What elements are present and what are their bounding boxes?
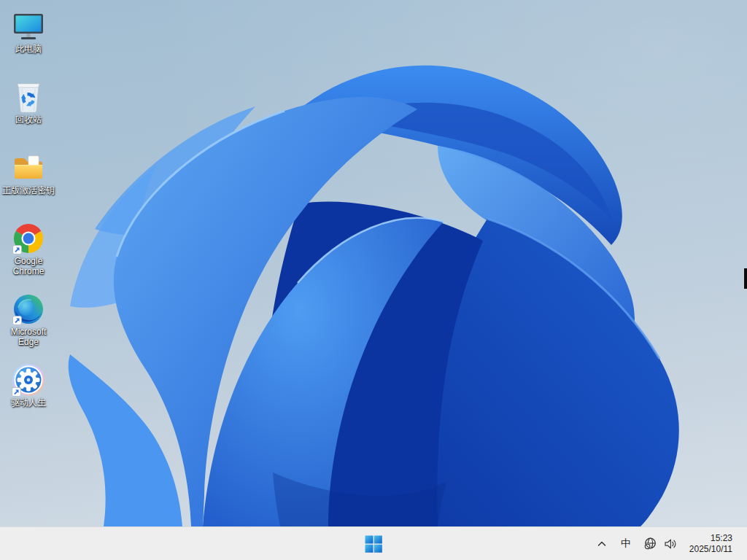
speaker-icon: [663, 537, 678, 551]
taskbar: 中 15:23 2025/10/11: [0, 526, 747, 560]
desktop-icon-google-chrome[interactable]: Google Chrome: [1, 218, 56, 289]
taskbar-clock[interactable]: 15:23 2025/10/11: [684, 533, 732, 555]
network-button[interactable]: [642, 532, 658, 556]
volume-button[interactable]: [662, 532, 678, 556]
globe-no-internet-icon: [643, 537, 657, 551]
start-button[interactable]: [359, 529, 388, 559]
desktop-icon-driver-life[interactable]: 驱动人生: [1, 359, 56, 430]
chevron-up-icon: [596, 538, 608, 550]
desktop-icon-microsoft-edge[interactable]: Microsoft Edge: [1, 289, 56, 359]
icon-label: 此电脑: [15, 44, 42, 54]
icon-label: 回收站: [15, 114, 42, 125]
system-tray: 中 15:23 2025/10/11: [591, 527, 747, 560]
icon-label: Microsoft Edge: [1, 327, 55, 347]
clock-time: 15:23: [711, 533, 732, 544]
icon-label: 驱动人生: [11, 397, 46, 408]
this-pc-monitor-icon: [12, 12, 44, 41]
icon-label: Google Chrome: [1, 256, 55, 276]
recycle-bin-icon: [13, 81, 44, 113]
edge-logo-icon: [12, 293, 44, 325]
driver-life-gear-icon: [12, 363, 45, 397]
desktop-surface[interactable]: 此电脑 回收站: [0, 0, 747, 526]
tray-overflow-button[interactable]: [591, 532, 613, 556]
desktop-icon-grid: 此电脑 回收站: [1, 6, 56, 430]
chrome-logo-icon: [12, 222, 44, 254]
wallpaper-bloom: [0, 0, 747, 526]
yellow-folder-icon: [12, 154, 44, 182]
desktop-icon-activation-key-folder[interactable]: 正版激活密钥: [1, 147, 56, 218]
desktop-icon-recycle-bin[interactable]: 回收站: [1, 77, 56, 147]
right-edge-handle: [744, 268, 747, 289]
clock-date: 2025/10/11: [689, 544, 732, 555]
windows-logo-icon: [365, 535, 382, 553]
desktop-icon-this-pc[interactable]: 此电脑: [1, 6, 56, 77]
icon-label: 正版激活密钥: [2, 185, 55, 195]
ime-indicator[interactable]: 中: [617, 532, 635, 556]
